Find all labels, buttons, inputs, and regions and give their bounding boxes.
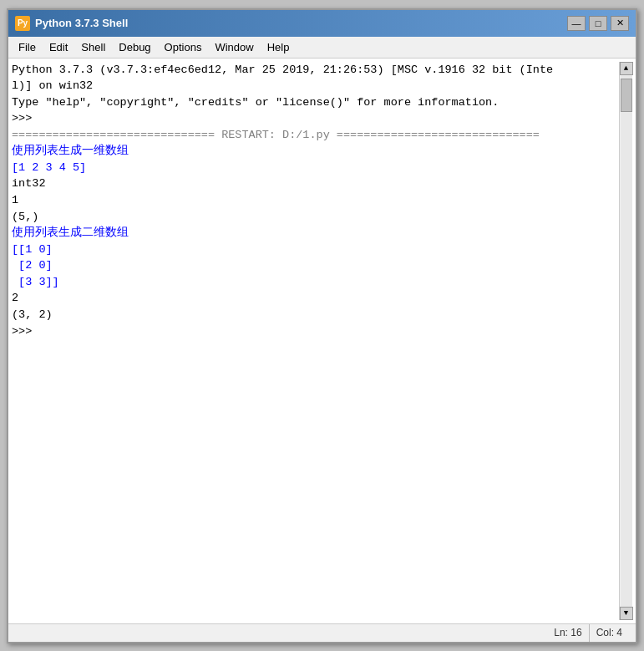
shell-line: Python 3.7.3 (v3.7.3:ef4ec6ed12, Mar 25 …	[12, 62, 619, 79]
menu-bar: FileEditShellDebugOptionsWindowHelp	[8, 37, 636, 58]
scroll-down-button[interactable]: ▼	[620, 607, 633, 620]
menu-item-debug[interactable]: Debug	[112, 37, 157, 58]
scrollbar-track[interactable]	[621, 75, 632, 607]
menu-item-options[interactable]: Options	[158, 37, 209, 58]
shell-line: Type "help", "copyright", "credits" or "…	[12, 94, 619, 111]
shell-line: [3 3]]	[12, 274, 619, 291]
python-shell-window: Py Python 3.7.3 Shell — □ ✕ FileEditShel…	[7, 8, 637, 643]
shell-content: Python 3.7.3 (v3.7.3:ef4ec6ed12, Mar 25 …	[12, 62, 619, 620]
shell-line: (5,)	[12, 209, 619, 226]
shell-line: >>>	[12, 110, 619, 127]
shell-line: [1 2 3 4 5]	[12, 160, 619, 176]
shell-area[interactable]: Python 3.7.3 (v3.7.3:ef4ec6ed12, Mar 25 …	[8, 58, 636, 623]
shell-line: (3, 2)	[12, 307, 619, 323]
title-bar-left: Py Python 3.7.3 Shell	[15, 16, 128, 31]
shell-line: ============================== RESTART: …	[12, 127, 619, 144]
shell-line: 使用列表生成一维数组	[12, 143, 619, 160]
menu-item-edit[interactable]: Edit	[43, 37, 74, 58]
menu-item-window[interactable]: Window	[208, 37, 260, 58]
scrollbar[interactable]: ▲ ▼	[619, 62, 632, 620]
shell-line: 1	[12, 192, 619, 209]
python-icon: Py	[15, 16, 30, 31]
scrollbar-thumb[interactable]	[621, 79, 632, 112]
close-button[interactable]: ✕	[611, 16, 629, 31]
shell-line: 使用列表生成二维数组	[12, 225, 619, 242]
menu-item-help[interactable]: Help	[261, 37, 297, 58]
scroll-up-button[interactable]: ▲	[620, 62, 633, 75]
title-bar: Py Python 3.7.3 Shell — □ ✕	[8, 10, 636, 37]
status-bar: Ln: 16 Col: 4	[8, 623, 636, 642]
minimize-button[interactable]: —	[567, 16, 586, 31]
menu-item-file[interactable]: File	[12, 37, 43, 58]
shell-line: [[1 0]	[12, 242, 619, 258]
shell-line: l)] on win32	[12, 78, 619, 94]
shell-line: >>>	[12, 323, 619, 340]
line-number: Ln: 16	[547, 624, 588, 642]
window-title: Python 3.7.3 Shell	[35, 17, 128, 29]
maximize-button[interactable]: □	[589, 16, 607, 31]
shell-line: 2	[12, 290, 619, 307]
shell-line: int32	[12, 175, 619, 192]
col-number: Col: 4	[589, 624, 629, 642]
menu-item-shell[interactable]: Shell	[74, 37, 112, 58]
shell-line: [2 0]	[12, 257, 619, 274]
title-controls: — □ ✕	[567, 16, 629, 31]
